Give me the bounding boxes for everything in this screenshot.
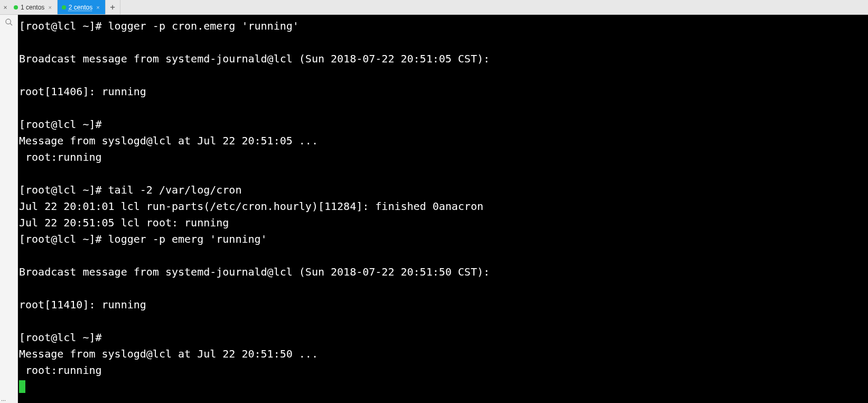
tab-1-centos[interactable]: 1 centos × — [10, 0, 58, 14]
new-tab-button[interactable]: + — [106, 0, 120, 14]
tab-label: 1 centos — [21, 4, 44, 11]
status-dot-icon — [62, 5, 66, 10]
svg-line-1 — [10, 23, 12, 25]
terminal-cursor — [19, 380, 25, 393]
tab-2-centos[interactable]: 2 centos × — [58, 0, 106, 14]
tab-bar: × 1 centos × 2 centos × + — [0, 0, 868, 15]
search-icon[interactable] — [5, 18, 13, 29]
status-ellipsis: ... — [1, 396, 6, 402]
terminal-output[interactable]: [root@lcl ~]# logger -p cron.emerg 'runn… — [18, 15, 868, 403]
status-dot-icon — [14, 5, 18, 10]
left-gutter — [0, 15, 18, 403]
tab-label: 2 centos — [69, 4, 92, 11]
tab-close-left-button[interactable]: × — [1, 0, 10, 14]
close-icon[interactable]: × — [47, 4, 52, 11]
svg-point-0 — [6, 19, 11, 24]
close-icon[interactable]: × — [95, 4, 100, 11]
